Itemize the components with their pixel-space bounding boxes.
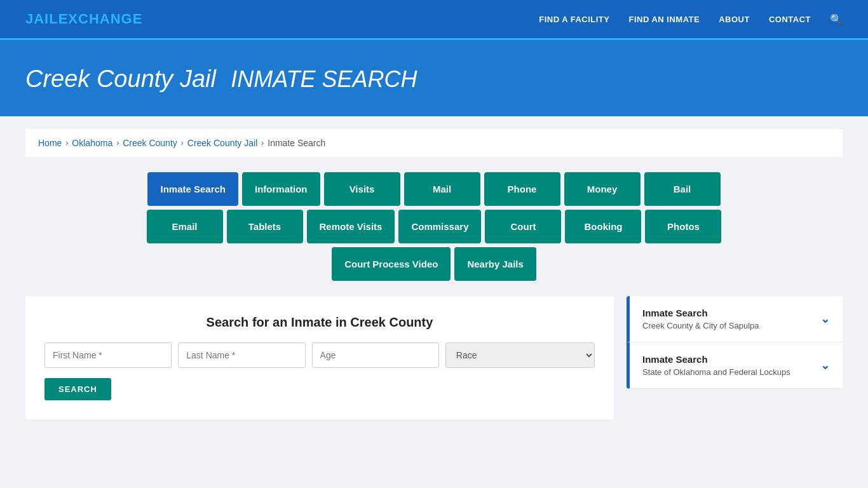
last-name-input[interactable] [178,342,305,368]
search-panel: Search for an Inmate in Creek County Rac… [25,296,614,419]
tab-bail[interactable]: Bail [644,172,721,206]
main-header: JAILEXCHANGE FIND A FACILITY FIND AN INM… [0,0,868,38]
nav-contact[interactable]: CONTACT [769,15,811,24]
breadcrumb-creek-county-jail[interactable]: Creek County Jail [187,138,258,148]
tab-inmate-search[interactable]: Inmate Search [147,172,238,206]
sidebar-oklahoma-subtitle: State of Oklahoma and Federal Lockups [642,367,790,377]
tab-information[interactable]: Information [242,172,320,206]
sidebar-item-oklahoma-federal[interactable]: Inmate Search State of Oklahoma and Fede… [627,342,843,389]
breadcrumb: Home › Oklahoma › Creek County › Creek C… [25,129,843,157]
chevron-down-icon: ⌄ [820,312,830,326]
sidebar-item-oklahoma-content: Inmate Search State of Oklahoma and Fede… [642,354,790,377]
hero-title-italic: INMATE SEARCH [231,66,417,92]
tab-court-process-video[interactable]: Court Process Video [332,247,451,281]
tabs-row-2: Email Tablets Remote Visits Commissary C… [147,210,722,243]
tab-photos[interactable]: Photos [645,210,721,243]
breadcrumb-creek-county[interactable]: Creek County [123,138,177,148]
content-area: Home › Oklahoma › Creek County › Creek C… [0,116,868,432]
sidebar-creek-subtitle: Creek County & City of Sapulpa [642,321,759,330]
page-title: Creek County Jail INMATE SEARCH [25,63,843,93]
site-logo[interactable]: JAILEXCHANGE [25,11,142,27]
nav-find-facility[interactable]: FIND A FACILITY [539,15,609,24]
tab-court[interactable]: Court [485,210,561,243]
tab-money[interactable]: Money [564,172,641,206]
tab-commissary[interactable]: Commissary [398,210,481,243]
sidebar-creek-title: Inmate Search [642,308,759,318]
logo-exchange: EXCHANGE [58,11,143,27]
sidebar-panel: Inmate Search Creek County & City of Sap… [627,296,843,389]
tab-remote-visits[interactable]: Remote Visits [307,210,395,243]
main-layout: Search for an Inmate in Creek County Rac… [25,296,843,419]
race-select[interactable]: Race White Black Hispanic Asian Other [445,342,595,368]
search-icon[interactable]: 🔍 [830,13,843,25]
tab-booking[interactable]: Booking [565,210,641,243]
age-input[interactable] [312,342,439,368]
tab-visits[interactable]: Visits [324,172,400,206]
breadcrumb-sep-1: › [65,139,68,147]
chevron-down-icon-2: ⌄ [820,358,830,372]
hero-section: Creek County Jail INMATE SEARCH [0,40,868,116]
sidebar-item-creek-county[interactable]: Inmate Search Creek County & City of Sap… [627,296,843,342]
breadcrumb-current: Inmate Search [268,138,325,148]
breadcrumb-sep-4: › [261,139,264,147]
sidebar-item-creek-county-content: Inmate Search Creek County & City of Sap… [642,308,759,330]
breadcrumb-sep-2: › [116,139,119,147]
tab-tablets[interactable]: Tablets [227,210,303,243]
tab-phone[interactable]: Phone [484,172,560,206]
breadcrumb-sep-3: › [181,139,184,147]
search-fields: Race White Black Hispanic Asian Other [44,342,595,368]
breadcrumb-oklahoma[interactable]: Oklahoma [72,138,112,148]
nav-find-inmate[interactable]: FIND AN INMATE [628,15,700,24]
tab-mail[interactable]: Mail [404,172,480,206]
search-title: Search for an Inmate in Creek County [44,315,595,330]
sidebar-oklahoma-title: Inmate Search [642,354,790,365]
hero-title-main: Creek County Jail [25,65,216,92]
tabs-container: Inmate Search Information Visits Mail Ph… [25,172,843,281]
breadcrumb-home[interactable]: Home [38,138,62,148]
tab-email[interactable]: Email [147,210,223,243]
logo-jail: JAIL [25,11,58,27]
first-name-input[interactable] [44,342,172,368]
search-button[interactable]: SEARCH [44,378,111,400]
tabs-row-3: Court Process Video Nearby Jails [332,247,536,281]
nav-about[interactable]: ABOUT [719,15,750,24]
main-nav: FIND A FACILITY FIND AN INMATE ABOUT CON… [539,13,843,25]
tab-nearby-jails[interactable]: Nearby Jails [454,247,536,281]
tabs-row-1: Inmate Search Information Visits Mail Ph… [147,172,720,206]
